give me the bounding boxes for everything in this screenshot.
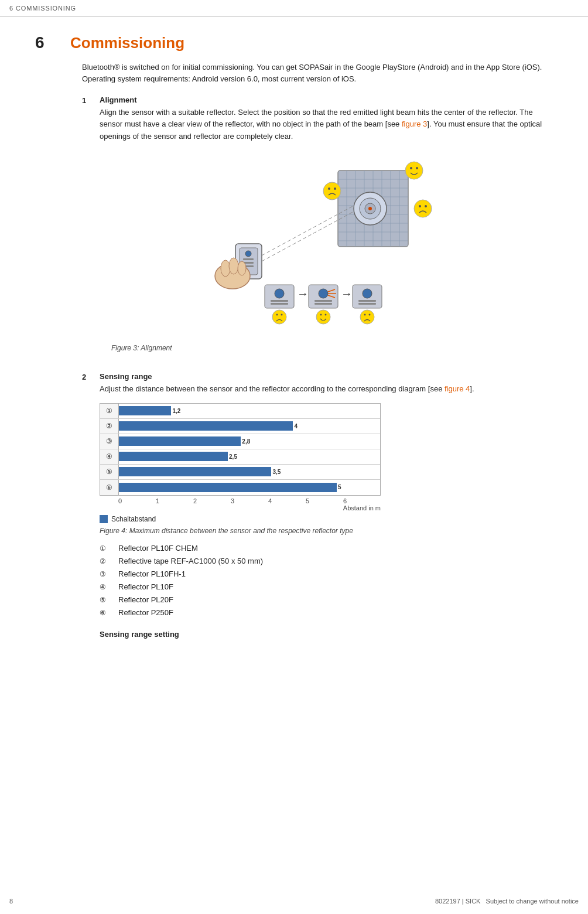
legend-row: Schaltabstand	[100, 515, 381, 523]
reflector-num: ③	[100, 568, 118, 580]
svg-point-46	[276, 313, 278, 315]
sensing-range-title: Sensing range setting	[100, 630, 553, 639]
step-2-content: Sensing range Adjust the distance betwee…	[100, 372, 553, 639]
reflector-label: Reflective tape REF-AC1000 (50 x 50 mm)	[118, 555, 263, 568]
chart-row-label: ⑥	[100, 480, 119, 495]
page-container: 6 COMMISSIONING 6 Commissioning Bluetoot…	[0, 0, 588, 642]
svg-point-66	[369, 313, 371, 315]
svg-point-21	[410, 167, 412, 169]
chapter-label: 6 COMMISSIONING	[9, 5, 76, 12]
svg-point-50	[319, 289, 328, 298]
chart-bar-area: 1,2	[119, 404, 380, 418]
step-1-body: Align the sensor with a suitable reflect…	[100, 107, 553, 142]
svg-point-47	[281, 313, 283, 315]
footer: 8 8022197 | SICK Subject to change witho…	[0, 898, 588, 905]
chart-bar	[119, 406, 171, 415]
chart-bar-value: 4	[295, 423, 298, 429]
chart-row-label: ②	[100, 419, 119, 434]
step-1-row: 1 Alignment Align the sensor with a suit…	[82, 96, 553, 355]
svg-point-65	[364, 313, 366, 315]
step-2-number: 2	[82, 372, 100, 381]
svg-point-39	[229, 258, 238, 274]
chart-row: ②4	[100, 419, 380, 434]
svg-point-26	[414, 200, 432, 217]
reflector-list-item: ③Reflector PL10FH-1	[100, 568, 553, 581]
x-axis-label: Abstand in m	[100, 504, 381, 511]
legend-label: Schaltabstand	[111, 515, 156, 523]
x-axis-tick: 6	[343, 497, 381, 504]
x-axis-tick: 3	[231, 497, 268, 504]
footer-page: 8	[9, 898, 13, 905]
chart-row-label: ①	[100, 404, 119, 418]
svg-point-20	[405, 162, 423, 179]
svg-point-38	[221, 260, 230, 277]
footer-right: 8022197 | SICK Subject to change without…	[435, 898, 579, 905]
svg-point-19	[368, 207, 372, 210]
svg-rect-43	[271, 300, 288, 302]
reflector-label: Reflector PL10F	[118, 581, 173, 594]
chart-bar-value: 3,5	[272, 469, 281, 475]
reflector-num: ⑥	[100, 607, 118, 619]
svg-point-22	[416, 167, 418, 169]
step-1-number: 1	[82, 96, 100, 105]
figure3-link[interactable]: figure 3	[402, 120, 427, 128]
section-title-row: 6 Commissioning	[0, 17, 588, 52]
step-2-body: Adjust the distance between the sensor a…	[100, 383, 553, 395]
chart-bar	[119, 436, 241, 446]
svg-rect-44	[271, 303, 288, 305]
intro-line2: Operating system requirements: Android v…	[82, 74, 356, 83]
svg-rect-55	[314, 303, 332, 305]
figure3-svg: →	[203, 153, 449, 340]
chart-bar	[119, 421, 293, 431]
svg-point-40	[238, 261, 246, 275]
svg-point-25	[334, 187, 336, 190]
reflector-list-item: ⑤Reflector PL20F	[100, 594, 553, 606]
step-2-row: 2 Sensing range Adjust the distance betw…	[82, 372, 553, 639]
chart-bar	[119, 483, 337, 492]
svg-text:→: →	[341, 287, 353, 300]
step-1-title: Alignment	[100, 96, 553, 104]
x-axis-ticks: 0123456	[118, 497, 381, 504]
svg-point-42	[275, 289, 284, 298]
chart-bar-value: 2,5	[229, 453, 237, 460]
reflector-list: ①Reflector PL10F CHEM②Reflective tape RE…	[100, 542, 553, 620]
svg-rect-54	[314, 300, 332, 302]
x-axis-tick: 2	[193, 497, 231, 504]
chart-bar-value: 2,8	[242, 438, 250, 445]
reflector-num: ②	[100, 555, 118, 567]
figure4-link[interactable]: figure 4	[445, 384, 470, 393]
reflector-label: Reflector PL10FH-1	[118, 568, 186, 581]
chart-row: ③2,8	[100, 434, 380, 449]
svg-point-45	[272, 310, 286, 324]
chart-bar-area: 5	[119, 480, 380, 495]
figure3-container: →	[100, 153, 553, 352]
chart-bar-area: 4	[119, 419, 380, 434]
section-title: Commissioning	[70, 34, 184, 52]
svg-rect-32	[243, 258, 254, 260]
chart-container: ①1,2②4③2,8④2,5⑤3,5⑥5 0123456 Abstand in …	[100, 403, 381, 523]
reflector-label: Reflector PL10F CHEM	[118, 542, 198, 555]
reflector-list-item: ①Reflector PL10F CHEM	[100, 542, 553, 555]
chart-bar	[119, 467, 271, 476]
svg-text:→: →	[297, 287, 309, 300]
chart-row: ①1,2	[100, 404, 380, 419]
svg-point-64	[360, 310, 374, 324]
chart-grid: ①1,2②4③2,8④2,5⑤3,5⑥5	[100, 403, 381, 496]
legend-color-swatch	[100, 515, 108, 523]
step-2-title: Sensing range	[100, 372, 553, 381]
svg-point-23	[323, 182, 341, 200]
x-axis-tick: 1	[156, 497, 193, 504]
step-1-content: Alignment Align the sensor with a suitab…	[100, 96, 553, 355]
chart-row-label: ⑤	[100, 465, 119, 479]
reflector-list-item: ②Reflective tape REF-AC1000 (50 x 50 mm)	[100, 555, 553, 568]
svg-rect-63	[358, 303, 376, 305]
step-2-area: 2 Sensing range Adjust the distance betw…	[82, 372, 553, 639]
chart-row: ⑤3,5	[100, 465, 380, 480]
svg-point-61	[363, 289, 372, 298]
figure4-caption: Figure 4: Maximum distance between the s…	[100, 527, 553, 535]
svg-point-56	[316, 310, 330, 324]
chart-bar-area: 2,8	[119, 434, 380, 449]
chart-bar-value: 1,2	[172, 408, 180, 414]
reflector-label: Reflector PL20F	[118, 594, 173, 606]
svg-rect-62	[358, 300, 376, 302]
